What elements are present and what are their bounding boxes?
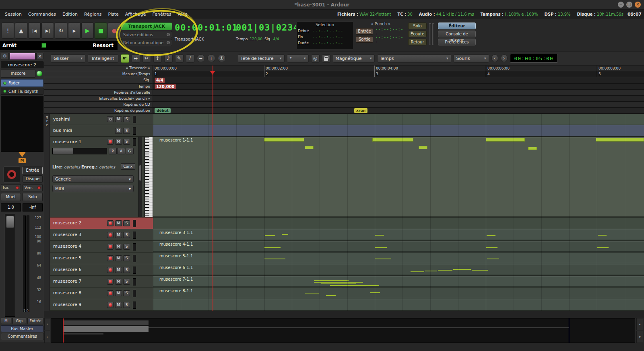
mute-button[interactable]: M	[115, 128, 122, 134]
midi-note[interactable]	[438, 270, 452, 271]
midi-note[interactable]	[321, 283, 356, 284]
gain-display[interactable]: 1,0	[1, 203, 21, 211]
track-color-swatch[interactable]	[10, 53, 35, 60]
summary-scroll-up-button[interactable]: ▴	[636, 318, 643, 330]
pag-g-button[interactable]: G	[126, 148, 134, 154]
track-header-yoshimi[interactable]: yoshimiMS	[50, 114, 153, 125]
track-lane-musescore-6[interactable]: musescore 6-1.1	[153, 264, 644, 276]
solo-button[interactable]: S	[123, 232, 130, 238]
summary-region[interactable]	[149, 327, 569, 328]
trim-badge[interactable]: M	[19, 158, 26, 163]
solo-button[interactable]: S	[123, 128, 130, 134]
secondary-clock-value[interactable]: 001|03|0234	[236, 23, 297, 33]
track-name[interactable]: musescore 6	[53, 267, 81, 272]
mute-button[interactable]: M	[115, 232, 122, 238]
track-name[interactable]: musescore 1	[53, 139, 81, 144]
track-lane-musescore-4[interactable]: musescore 4-1.1	[153, 241, 644, 252]
record-enable-button[interactable]	[107, 302, 114, 308]
track-level-slider[interactable]	[133, 232, 136, 239]
midi-note[interactable]	[282, 234, 288, 235]
solo-button[interactable]: S	[123, 244, 130, 250]
track-lane-musescore-2[interactable]	[153, 218, 644, 229]
track-name[interactable]: musescore 9	[53, 302, 81, 307]
mouse-mode-combo[interactable]: Souris▾	[454, 54, 489, 63]
ruler-mesures-temps[interactable]: 12345	[153, 71, 644, 77]
stop-button[interactable]: ■	[95, 23, 107, 39]
ruler-reperes-d-intervalle[interactable]	[153, 90, 644, 96]
close-strip-button[interactable]: ×	[36, 53, 43, 60]
midi-note[interactable]	[472, 270, 488, 271]
solo-button[interactable]: Solo	[23, 193, 43, 201]
track-header-musescore-7[interactable]: musescore 7MS	[50, 276, 153, 287]
strip-tools-button[interactable]: ⚙	[1, 53, 9, 60]
summary-playhead[interactable]	[63, 318, 64, 343]
menu-aide[interactable]: Aide	[175, 10, 191, 19]
track-header-musescore-8[interactable]: musescore 8MS	[50, 287, 153, 299]
midi-panic-button[interactable]: !	[2, 23, 14, 39]
mute-button[interactable]: M	[115, 302, 122, 308]
tool-draw-button[interactable]: ✎	[175, 54, 184, 63]
midi-note[interactable]	[419, 146, 427, 149]
metronome-button[interactable]: ▲	[15, 23, 27, 39]
solo-button[interactable]: S	[123, 290, 130, 296]
header-scrollbar[interactable]	[138, 137, 142, 217]
synth-processor-button[interactable]: Calf Fluidsynth	[1, 88, 43, 95]
pag-a-button[interactable]: A	[117, 148, 125, 154]
track-header-musescore-1[interactable]: musescore 1MSPAGLire: certainsEnreg.: ce…	[50, 137, 153, 218]
ecoute-button[interactable]: Écoute	[408, 31, 427, 37]
ruler-label-sig[interactable]: Sig.	[44, 77, 153, 84]
marker-xrun[interactable]: xrun	[354, 108, 367, 113]
snap-settings-button[interactable]: ◎	[311, 54, 320, 63]
track-lane-musescore-5[interactable]: musescore 5-1.1	[153, 252, 644, 264]
midi-note[interactable]	[326, 295, 336, 296]
solo-button[interactable]: Solo	[408, 23, 427, 29]
ruler-label-timecode[interactable]: « Timecode »	[44, 66, 153, 71]
spring-checkbox[interactable]	[41, 43, 46, 48]
patch-combo[interactable]: Generic▾	[52, 175, 134, 183]
zoom-out-button[interactable]: −	[197, 54, 205, 62]
menu-piste[interactable]: Piste	[105, 10, 122, 19]
strip-entree-button[interactable]: Entrée	[27, 318, 43, 324]
midi-note[interactable]	[265, 235, 275, 236]
ruler-reperes-de-position[interactable]: débutxrun	[153, 108, 644, 114]
summary-region[interactable]	[63, 320, 149, 325]
zoom-session-button[interactable]: ①	[218, 54, 226, 62]
track-lane-musescore-3[interactable]: musescore 3-1.1	[153, 229, 644, 241]
strip-name[interactable]: musescore 2	[1, 62, 43, 68]
track-level-slider[interactable]	[133, 243, 136, 250]
solo-button[interactable]: S	[123, 302, 130, 308]
tool-stretch-button[interactable]: ↕	[153, 54, 162, 63]
ruler-label-reperes-de-position[interactable]: Repères de position	[44, 108, 153, 114]
midi-note[interactable]	[314, 280, 349, 281]
track-level-slider[interactable]	[133, 267, 136, 274]
strip-m-button[interactable]: M	[1, 318, 11, 324]
summary-scroll-right-button[interactable]: ›	[44, 331, 50, 343]
record-button[interactable]: ●	[108, 23, 120, 39]
record-enable-button[interactable]	[107, 139, 114, 145]
play-button[interactable]: ▶	[81, 23, 94, 39]
midi-note[interactable]	[486, 247, 497, 248]
midi-note[interactable]	[314, 282, 363, 283]
midi-note[interactable]	[596, 138, 644, 142]
solo-button[interactable]: S	[123, 255, 130, 261]
menu-commandes[interactable]: Commandes	[25, 10, 59, 19]
region-musescore-1-1-1[interactable]: musescore 1-1.1	[153, 137, 644, 217]
cancel-button[interactable]: Canx	[121, 163, 135, 170]
menu-edition[interactable]: Édition	[59, 10, 81, 19]
midi-note[interactable]	[375, 247, 387, 248]
primary-clock[interactable]: 00:00:01:01 Transport JACK	[175, 23, 231, 41]
follow-edits-button[interactable]: Suivre éditions	[121, 31, 172, 38]
midi-note[interactable]	[487, 235, 495, 236]
record-enable-button[interactable]	[107, 244, 114, 250]
edit-point-clock[interactable]: 00:00:05:00	[510, 54, 558, 63]
fader-processor-button[interactable]: Fader	[1, 79, 43, 87]
close-button[interactable]: ×	[635, 2, 641, 8]
mute-button[interactable]: M	[115, 267, 122, 273]
record-enable-button[interactable]	[107, 232, 114, 238]
plugin-led-icon[interactable]	[37, 71, 42, 76]
record-enable-button[interactable]	[107, 279, 114, 285]
selection-value[interactable]: --:--:--:--	[312, 41, 343, 45]
tempo-value[interactable]: 120,00	[250, 37, 263, 41]
solo-isolate-button[interactable]: Iso.	[1, 184, 21, 191]
summary-view[interactable]	[51, 318, 635, 343]
